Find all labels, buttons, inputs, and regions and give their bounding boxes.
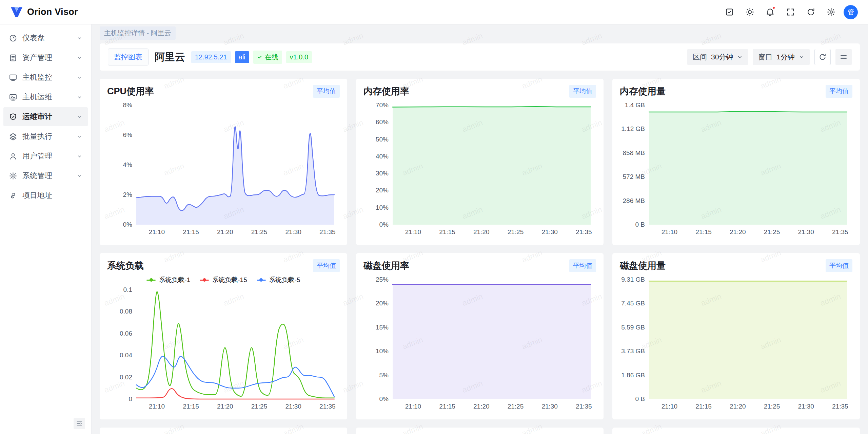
x-axis-tick: 21:30 (798, 228, 814, 235)
y-axis-tick: 0 B (635, 395, 645, 402)
x-axis-tick: 21:35 (319, 403, 336, 410)
sidebar-item-user-mgmt[interactable]: 用户管理 (3, 147, 88, 166)
series-area (136, 127, 334, 225)
x-axis-tick: 21:15 (439, 403, 455, 410)
x-axis-tick: 21:20 (473, 228, 490, 235)
sidebar-menu: 仪表盘资产管理主机监控主机运维运维审计批量执行用户管理系统管理项目地址 (0, 28, 91, 206)
average-badge: 平均值 (313, 85, 340, 98)
host-tag-2: 在线 (253, 51, 282, 64)
y-axis-tick: 15% (376, 324, 389, 331)
settings-button[interactable] (823, 4, 839, 20)
y-axis-tick: 25% (376, 276, 389, 283)
y-axis-tick: 10% (376, 347, 389, 355)
window-select[interactable]: 窗口 1分钟 (753, 49, 810, 65)
breadcrumb: 主机监控详情 - 阿里云 (100, 24, 860, 41)
sidebar-collapse-button[interactable] (74, 418, 85, 429)
x-axis-tick: 21:20 (730, 403, 746, 410)
charts-grid: CPU使用率平均值0%2%4%6%8%21:1021:1521:2021:252… (100, 79, 860, 434)
legend-item[interactable]: 系统负载-1 (146, 276, 190, 284)
chart-title: 内存使用率 (363, 85, 409, 97)
x-axis-tick: 21:15 (183, 228, 199, 235)
chart-card-memory-usage-amount: 内存使用量平均值0 B286 MB572 MB858 MB1.12 GB1.4 … (612, 79, 860, 245)
y-axis-tick: 858 MB (623, 149, 645, 156)
y-axis-tick: 1.4 GB (625, 101, 645, 109)
sidebar-item-project-link[interactable]: 项目地址 (3, 186, 88, 205)
host-tag-text: v1.0.0 (290, 53, 308, 61)
host-tag-3: v1.0.0 (286, 51, 312, 63)
chart-plot-disk-usage-percent: 0%5%10%15%20%25%21:1021:1521:2021:2521:3… (363, 275, 596, 411)
average-badge: 平均值 (826, 85, 852, 98)
x-axis-tick: 21:30 (541, 228, 558, 235)
refresh-icon (806, 7, 815, 17)
sidebar-item-batch-exec[interactable]: 批量执行 (3, 127, 88, 146)
refresh-button[interactable] (803, 4, 818, 20)
x-axis-tick: 21:20 (473, 403, 490, 410)
chevron-down-icon (77, 94, 82, 100)
y-axis-tick: 3.73 GB (621, 347, 645, 355)
chart-card-head: 内存使用率平均值 (363, 85, 596, 98)
y-axis-tick: 4% (123, 161, 133, 168)
refresh-charts-button[interactable] (814, 49, 831, 65)
menu-icon (840, 53, 848, 61)
sidebar-item-system-mgmt[interactable]: 系统管理 (3, 166, 88, 185)
sidebar-item-assets[interactable]: 资产管理 (3, 48, 88, 67)
host-tag-0: 12.92.5.21 (191, 51, 231, 63)
sidebar: 仪表盘资产管理主机监控主机运维运维审计批量执行用户管理系统管理项目地址 (0, 24, 92, 434)
legend-label: 系统负载-15 (212, 276, 247, 284)
chart-card-head: 磁盘使用量平均值 (620, 259, 852, 272)
tasks-button[interactable] (722, 4, 737, 20)
x-axis-tick: 21:10 (662, 403, 678, 410)
y-axis-tick: 40% (376, 153, 389, 160)
y-axis-tick: 70% (376, 101, 389, 109)
batch-icon (9, 132, 17, 141)
sidebar-item-label: 用户管理 (22, 151, 52, 161)
y-axis-tick: 6% (123, 131, 133, 138)
y-axis-tick: 30% (376, 170, 389, 177)
sidebar-item-label: 运维审计 (22, 112, 52, 122)
assets-icon (9, 54, 17, 62)
interval-select[interactable]: 区间 30分钟 (687, 49, 748, 65)
monitor-chart-button[interactable]: 监控图表 (108, 49, 149, 65)
x-axis-tick: 21:25 (251, 403, 268, 410)
chart-title: CPU使用率 (107, 85, 154, 97)
interval-select-label: 区间 (693, 52, 707, 62)
x-axis-tick: 21:30 (285, 403, 301, 410)
y-axis-tick: 50% (376, 136, 389, 143)
sidebar-item-host-monitor[interactable]: 主机监控 (3, 68, 88, 87)
sidebar-item-host-ops[interactable]: 主机运维 (3, 88, 88, 107)
chart-legend: 系统负载-1系统负载-15系统负载-5 (107, 275, 340, 285)
check-square-icon (725, 7, 734, 17)
x-axis-tick: 21:20 (217, 403, 233, 410)
window-select-label: 窗口 (758, 52, 772, 62)
user-avatar[interactable]: 管 (844, 5, 858, 19)
x-axis-tick: 21:25 (251, 228, 268, 235)
x-axis-tick: 21:30 (285, 228, 301, 235)
fullscreen-button[interactable] (783, 4, 798, 20)
topbar: Orion Visor 管 (0, 0, 868, 24)
series-area (649, 111, 847, 225)
notifications-button[interactable] (762, 4, 778, 20)
chart-title: 系统负载 (107, 260, 144, 272)
y-axis-tick: 572 MB (623, 173, 645, 180)
sidebar-item-label: 项目地址 (22, 190, 52, 201)
host-header-card: 监控图表 阿里云 12.92.5.21ali在线v1.0.0 区间 30分钟 窗… (100, 43, 860, 71)
breadcrumb-item[interactable]: 主机监控详情 - 阿里云 (100, 26, 176, 40)
sidebar-item-ops-audit[interactable]: 运维审计 (3, 107, 88, 126)
chart-plot-system-load: 00.020.040.060.080.121:1021:1521:2021:25… (107, 285, 340, 411)
host-tag-text: 在线 (265, 53, 278, 62)
x-axis-tick: 21:35 (576, 228, 592, 235)
sidebar-item-dashboard[interactable]: 仪表盘 (3, 29, 88, 48)
chart-settings-button[interactable] (835, 49, 852, 65)
theme-button[interactable] (742, 4, 757, 20)
chevron-down-icon (77, 114, 82, 120)
y-axis-tick: 0% (123, 221, 133, 228)
legend-item[interactable]: 系统负载-15 (200, 276, 247, 284)
chevron-down-icon (77, 75, 82, 80)
chart-card-partial (100, 428, 347, 434)
legend-item[interactable]: 系统负载-5 (257, 276, 300, 284)
chevron-down-icon (77, 35, 82, 41)
average-badge: 平均值 (826, 259, 852, 272)
notification-dot (772, 6, 775, 10)
chart-card-head: CPU使用率平均值 (107, 85, 340, 98)
sidebar-item-label: 主机运维 (22, 92, 52, 102)
